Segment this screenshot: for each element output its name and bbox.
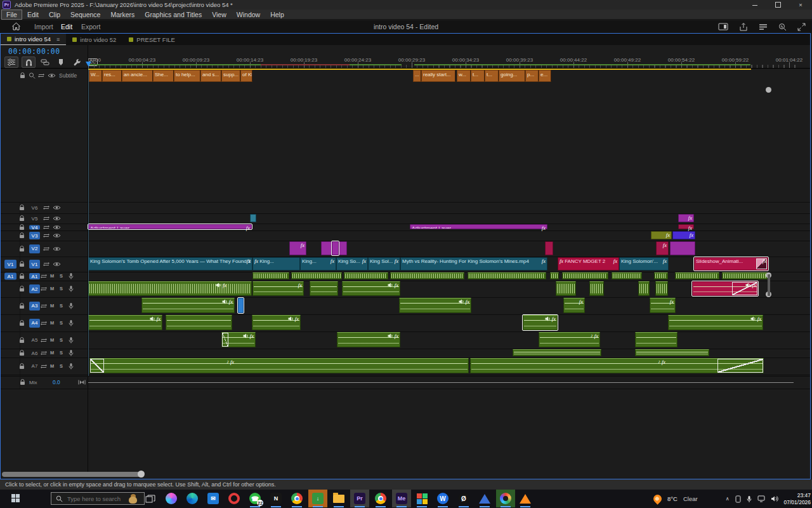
sync-lock-icon[interactable] [43,205,50,211]
eye-icon[interactable] [53,246,61,251]
video-clip-v1-8[interactable]: Slideshow_Animati...fx [694,257,768,271]
start-button[interactable] [11,494,20,503]
taskbar-app-task-view[interactable] [141,490,160,507]
eye-icon[interactable] [53,262,61,267]
audio-clip-a3-3[interactable]: fx [563,298,585,313]
eye-icon[interactable] [53,205,61,211]
audio-clip-a1-9[interactable] [675,272,719,279]
menu-window[interactable]: Window [232,10,265,19]
video-clip-v5-1[interactable]: fx [678,214,694,222]
track-target-v3[interactable]: V3 [29,232,40,239]
track-target-a7[interactable]: A7 [29,362,40,371]
sync-lock-icon[interactable] [40,286,48,292]
audio-clip-a4-3[interactable]: fx [523,315,558,330]
audio-clip-a2-1[interactable]: fx [252,281,304,296]
horizontal-scrollbar[interactable] [2,472,143,477]
audio-clip-a1-1[interactable] [291,272,342,279]
menu-clip[interactable]: Clip [44,10,65,19]
video-clip-v2-4[interactable] [545,241,553,255]
video-clip-v1-2[interactable]: King...fx [300,257,336,271]
audio-clip-a2-6[interactable] [638,281,650,296]
subtitle-clip[interactable]: supp... [221,70,240,82]
audio-clip-a4-2[interactable]: fx [252,315,301,330]
audio-clip-a3-0[interactable]: fx [141,298,235,313]
audio-clip-a1-8[interactable] [654,272,668,279]
menu-view[interactable]: View [207,10,231,19]
sequence-tab-1[interactable]: intro video 54≡ [1,34,66,45]
taskbar-app-media-encoder[interactable]: Me [392,490,411,507]
fit-icon[interactable] [78,380,86,385]
audio-clip-a3-4[interactable]: fx [650,298,676,313]
track-target-a2[interactable]: A2 [29,284,40,293]
monitor-layout-icon[interactable] [718,23,728,30]
track-target-v1[interactable]: V1 [29,260,40,269]
audio-clip-a1-0[interactable] [252,272,289,279]
subtitle-clip[interactable]: t... [471,70,485,82]
video-clip-v2-5[interactable]: fx [656,241,669,255]
sync-lock-icon[interactable] [40,320,48,326]
taskbar-app-copilot[interactable] [162,490,181,507]
mute-button[interactable]: M [50,321,54,326]
video-clip-v2-3[interactable] [339,241,347,255]
tray-phone-icon[interactable] [735,495,741,503]
video-clip-v2-0[interactable]: fx [289,241,306,255]
track-target-v6[interactable]: V6 [29,203,40,212]
workspace-tab-edit[interactable]: Edit [58,20,75,34]
mute-button[interactable]: M [50,364,54,369]
sync-lock-icon[interactable] [40,351,48,356]
audio-clip-a1-10[interactable] [722,272,768,279]
audio-clip-a6-0[interactable] [513,349,601,356]
lock-icon[interactable] [19,363,25,370]
audio-clip-a5-1[interactable]: fx [337,332,400,347]
mic-icon[interactable] [69,337,74,344]
weather-condition[interactable]: Clear [683,495,698,502]
taskbar-app-premiere-pro[interactable]: Pr [350,490,369,507]
track-target-a1[interactable]: A1 [29,273,40,279]
audio-clip-a2-7[interactable] [655,281,668,296]
eye-icon[interactable] [53,233,61,239]
track-target-v4[interactable]: V4 [29,225,40,229]
sync-lock-icon[interactable] [43,246,50,251]
weather-temp[interactable]: 8°C [667,495,678,502]
solo-button[interactable]: S [60,286,63,291]
subtitle-clip[interactable]: of Ki... [240,70,252,82]
mic-icon[interactable] [69,319,74,326]
home-icon[interactable] [11,22,21,30]
vertical-scrollbar-dot[interactable] [766,87,771,93]
lock-icon[interactable] [19,224,25,231]
taskbar-app-wondershare[interactable]: W [433,490,452,507]
taskbar-app-photos[interactable] [412,490,431,507]
sync-lock-icon[interactable] [43,233,50,239]
audio-clip-a1-4[interactable] [468,272,546,279]
eye-icon[interactable] [48,72,56,78]
audio-clip-a5-2[interactable]: ♪fx [539,332,600,347]
taskbar-app-color-wheel-app[interactable] [496,490,515,507]
menu-file[interactable]: File [2,10,22,19]
video-clip-v1-1[interactable]: fxKing... [252,257,300,271]
lock-icon[interactable] [19,215,25,222]
lock-icon[interactable] [19,337,25,344]
solo-button[interactable]: S [60,304,63,309]
subtitle-clip[interactable]: and s... [200,70,221,82]
audio-clip-a2-4[interactable] [556,281,576,296]
track-target-a4[interactable]: A4 [29,319,40,328]
video-clip-v3-1[interactable]: fx [672,231,695,239]
audio-clip-a5-0[interactable]: fx [221,332,256,347]
menu-markers[interactable]: Markers [106,10,139,19]
solo-button[interactable]: S [60,364,63,369]
mute-button[interactable]: M [50,351,54,356]
search-highlight-bear-icon[interactable] [127,493,140,504]
video-clip-v5-0[interactable] [250,214,256,222]
taskbar-clock[interactable]: 23:47 07/01/2026 [784,492,811,505]
audio-clip-a1-3[interactable] [390,272,464,279]
subtitle-clip[interactable]: w... [457,70,471,82]
subtitle-clip[interactable]: t... [485,70,499,82]
subtitle-clip[interactable]: really start... [421,70,455,82]
search-icon[interactable] [29,72,36,79]
mute-button[interactable]: M [50,304,54,309]
audio-clip-a1-5[interactable] [550,272,559,279]
lock-icon[interactable] [19,246,25,252]
track-target-v2[interactable]: V2 [29,244,40,253]
quick-export-icon[interactable] [739,23,748,31]
subtitle-clip[interactable]: p... [525,70,539,82]
